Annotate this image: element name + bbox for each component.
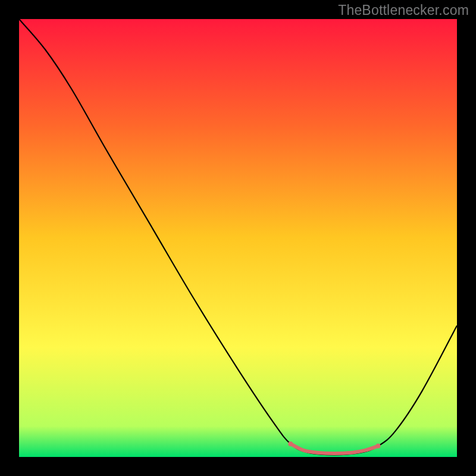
chart-container: TheBottlenecker.com	[0, 0, 476, 476]
plot-area	[19, 19, 457, 457]
watermark-text: TheBottlenecker.com	[338, 2, 469, 18]
chart-svg	[19, 19, 457, 457]
gradient-background	[19, 19, 457, 457]
svg-point-0	[288, 441, 293, 446]
svg-point-1	[376, 444, 381, 449]
